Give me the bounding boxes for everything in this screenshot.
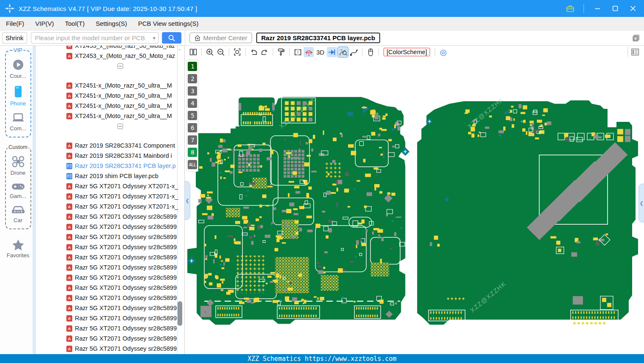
sidebar-item-phone[interactable]: Phone [7, 85, 30, 107]
highlight-lamp-icon[interactable] [304, 47, 314, 57]
layer-button-7[interactable]: 7 [188, 135, 197, 145]
tree-file-row[interactable]: AXT2451-x_(Moto_razr_50_ultra__M [36, 101, 184, 111]
tree-file-row[interactable]: Razr 2019 shim PCB layer.pcb [36, 171, 184, 181]
tree-file-row[interactable]: ARazr 5G XT2071 Odyssey XT2071-x_ [36, 191, 184, 201]
tree-file-row[interactable]: ARazr 5G XT2071 Odyssey sr28c5899 [36, 323, 184, 333]
pcb-canvas[interactable]: XZZ@XZZHK1XZZ@XZZHKXZZ@XZZHK [185, 58, 644, 354]
mouse-settings-icon[interactable] [365, 47, 375, 57]
tree-group-row[interactable]: Moto Razr2 [97, 354, 123, 354]
tree-file-row[interactable]: ARazr 2019 SR28C33741 Component [36, 140, 184, 151]
svg-text:XZZ@XZZHK: XZZ@XZZHK [278, 96, 317, 130]
tree-group-row[interactable]: Moto Razr 5G XT2071 Odyssey [97, 121, 123, 131]
tab-member-center[interactable]: Member Center [189, 33, 252, 43]
tree-file-row[interactable]: ARazr 5G XT2071 Odyssey XT2071-x_ [36, 201, 184, 212]
layer-button-all[interactable]: ALL [188, 160, 197, 169]
sidebar-item-favorites[interactable]: Favorites [0, 239, 36, 258]
tree-file-row[interactable]: ARazr 5G XT2071 Odyssey sr28c5899 [36, 252, 184, 262]
layer-button-1[interactable]: 1 [188, 62, 197, 71]
flip-horizontal-icon[interactable] [293, 47, 303, 57]
layer-button-6[interactable]: 6 [188, 123, 197, 132]
sidebar-item-game[interactable]: Gam... [7, 182, 30, 199]
zoom-out-icon[interactable] [216, 47, 226, 57]
menu-file[interactable]: File(F) [6, 20, 24, 27]
tree-item-label: XT2451-x_(Moto_razr_50_ultra__M [75, 82, 172, 89]
search-tabs-row: Shrink ▾ Member Center Razr 2019 SR28C33… [0, 30, 644, 46]
maximize-button[interactable] [611, 4, 619, 13]
zoom-in-icon[interactable] [205, 47, 215, 57]
tree-file-row[interactable]: ARazr 5G XT2071 Odyssey sr28c5899 [36, 293, 184, 303]
menu-pcb-view-settings[interactable]: PCB View settings(S) [138, 20, 198, 27]
tree-file-row[interactable]: AXT2453_x_(Moto_razr_50_Moto_raz [36, 46, 184, 51]
layer-button-8[interactable]: 8 [188, 148, 197, 157]
measure-curve-icon[interactable] [349, 47, 359, 57]
layer-button-3[interactable]: 3 [188, 86, 197, 96]
layer-button-5[interactable]: 5 [188, 111, 197, 120]
search-input[interactable] [35, 34, 151, 41]
license-briefcase-icon[interactable] [566, 4, 574, 13]
tree-file-row[interactable]: AXT2451-x_(Moto_razr_50_ultra__M [36, 111, 184, 121]
tree-file-row[interactable]: ARazr 5G XT2071 Odyssey sr28c5899 [36, 283, 184, 293]
tree-file-row[interactable]: AXT2453_x_(Moto_razr_50_Moto_raz [36, 51, 184, 61]
layer-button-4[interactable]: 4 [188, 99, 197, 108]
collapse-right-panel-handle[interactable]: ❮ [639, 184, 644, 223]
pdf-file-icon: A [66, 153, 72, 159]
shrink-button[interactable]: Shrink [2, 32, 27, 44]
menu-tool[interactable]: Tool(T) [65, 20, 85, 27]
tree-file-row[interactable]: ARazr 5G XT2071 Odyssey sr28c5899 [36, 333, 184, 344]
view-3d-button[interactable]: 3D [315, 49, 326, 56]
side-panel-toggle-icon[interactable] [630, 47, 640, 58]
tree-file-row[interactable]: Razr 2019 SR28C33741 PCB layer.p [36, 161, 184, 171]
tree-item-label: Razr 5G XT2071 Odyssey sr28c5899 [75, 213, 177, 220]
chevron-down-icon[interactable]: ▾ [153, 35, 156, 41]
pdf-file-icon: A [66, 244, 72, 250]
tree-file-row[interactable]: ARazr 5G XT2071 Odyssey XT2071-x_ [36, 181, 184, 191]
tree-scrollbar-thumb[interactable] [178, 301, 182, 326]
pdf-file-icon: A [66, 275, 72, 281]
svg-text:XZZ@XZZHK: XZZ@XZZHK [469, 280, 508, 314]
collapse-left-panel-handle[interactable]: ❮ [185, 181, 190, 220]
eye-target-icon[interactable]: ◎ [440, 47, 447, 57]
rotate-right-icon[interactable] [260, 47, 270, 57]
color-scheme-button[interactable]: [ColorScheme] [384, 48, 430, 56]
sidebar-item-car[interactable]: Car [7, 205, 30, 223]
pdf-file-icon: A [66, 234, 72, 240]
sidebar-scrollbar[interactable] [33, 46, 36, 354]
close-document-icon[interactable] [632, 34, 640, 42]
sidebar-item-course[interactable]: Cour... [7, 58, 30, 79]
close-button[interactable] [629, 4, 637, 13]
layer-button-2[interactable]: 2 [188, 74, 197, 83]
dual-pane-icon[interactable] [188, 47, 198, 57]
sidebar-item-drone[interactable]: Drone [7, 155, 30, 176]
menu-vip[interactable]: VIP(V) [35, 20, 54, 27]
tree-item-label: Razr 5G XT2071 Odyssey sr28c5899 [75, 274, 177, 281]
pdf-file-icon: A [66, 82, 72, 89]
tree-file-row[interactable]: ARazr 5G XT2071 Odyssey sr28c5899 [36, 344, 184, 354]
tree-scroll-up-icon[interactable]: ⌃ [178, 48, 181, 54]
tree-file-row[interactable]: ARazr 2019 SR28C33741 Mainbord i [36, 151, 184, 161]
diode-jump-icon[interactable] [327, 47, 337, 57]
tab-pcb-file[interactable]: Razr 2019 SR28C33741 PCB layer.pcb [256, 33, 380, 43]
search-button[interactable] [162, 32, 181, 44]
sidebar-item-computer[interactable]: Com... [7, 113, 30, 132]
tree-file-row[interactable]: ARazr 5G XT2071 Odyssey sr28c5899 [36, 303, 184, 313]
tree-file-row[interactable]: ARazr 5G XT2071 Odyssey sr28c5899 [36, 232, 184, 242]
model-search-combobox[interactable]: ▾ [31, 32, 159, 44]
tree-group-row[interactable]: Moto Razr 50 Ultra [97, 61, 123, 71]
trace-inspect-icon[interactable] [338, 47, 348, 57]
tree-file-row[interactable]: ARazr 5G XT2071 Odyssey sr28c5899 [36, 313, 184, 323]
rotate-left-icon[interactable] [249, 47, 259, 57]
pcb-canvas-area[interactable]: 12345678ALL XZZ@XZZHK1XZZ@XZZHKXZZ@XZZHK… [185, 58, 644, 354]
select-region-icon[interactable] [232, 47, 242, 57]
paint-roller-icon[interactable] [276, 47, 286, 57]
tree-file-row[interactable]: ARazr 5G XT2071 Odyssey sr28c5899 [36, 272, 184, 283]
tree-file-row[interactable]: ARazr 5G XT2071 Odyssey sr28c5899 [36, 262, 184, 272]
tree-file-row[interactable]: AXT2451-x_(Moto_razr_50_ultra__M [36, 91, 184, 101]
tree-file-row[interactable]: ARazr 5G XT2071 Odyssey sr28c5899 [36, 212, 184, 222]
pdf-file-icon: A [66, 193, 72, 200]
tree-item-label: Razr 5G XT2071 Odyssey sr28c5899 [75, 305, 177, 311]
tree-file-row[interactable]: AXT2451-x_(Moto_razr_50_ultra__M [36, 80, 184, 91]
minimize-button[interactable] [593, 4, 602, 13]
menu-settings[interactable]: Settings(S) [96, 20, 127, 27]
tree-file-row[interactable]: ARazr 5G XT2071 Odyssey sr28c5899 [36, 222, 184, 232]
tree-file-row[interactable]: ARazr 5G XT2071 Odyssey sr28c5899 [36, 242, 184, 252]
